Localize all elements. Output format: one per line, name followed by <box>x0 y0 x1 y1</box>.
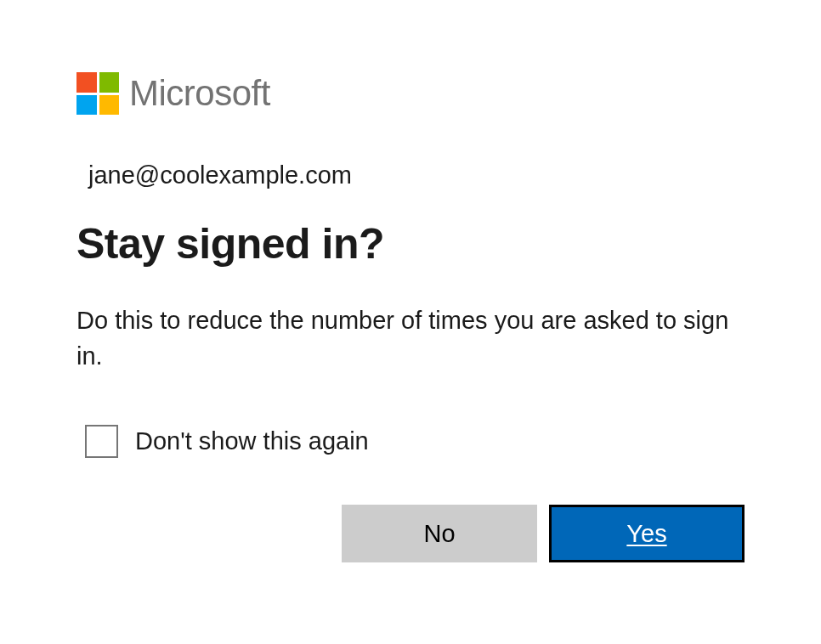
dont-show-again-row: Don't show this again <box>76 425 745 458</box>
brand-row: Microsoft <box>76 72 745 115</box>
dialog-description: Do this to reduce the number of times yo… <box>76 302 745 374</box>
microsoft-logo-icon <box>76 72 119 115</box>
dialog-title: Stay signed in? <box>76 219 745 268</box>
signin-dialog: Microsoft jane@coolexample.com Stay sign… <box>0 0 821 562</box>
dont-show-again-label[interactable]: Don't show this again <box>135 427 369 455</box>
account-email: jane@coolexample.com <box>76 161 745 189</box>
dont-show-again-checkbox[interactable] <box>85 425 118 458</box>
yes-button[interactable]: Yes <box>549 505 745 562</box>
button-row: No Yes <box>76 505 745 562</box>
brand-name: Microsoft <box>129 73 270 114</box>
no-button[interactable]: No <box>342 505 537 562</box>
